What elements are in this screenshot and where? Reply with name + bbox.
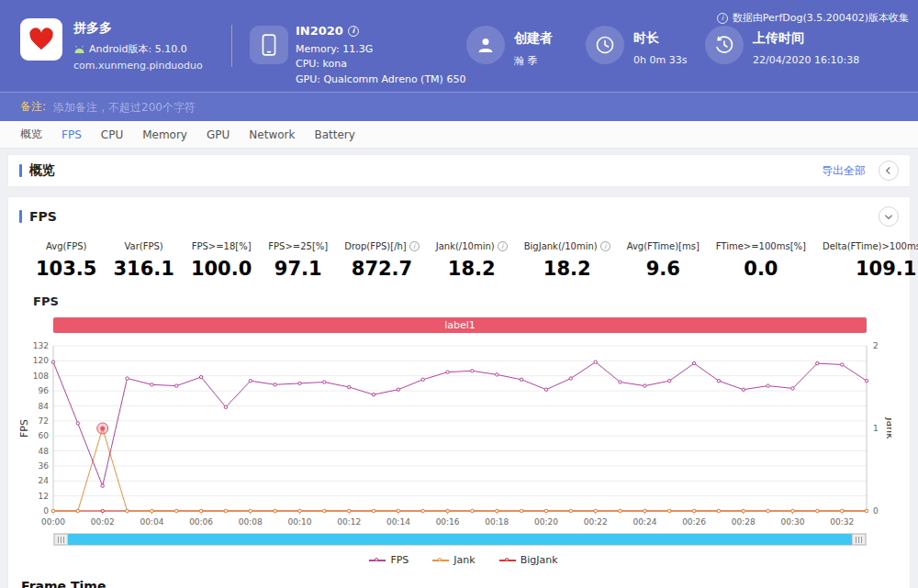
creator-badge	[466, 26, 505, 64]
upload-value: 22/04/2020 16:10:38	[753, 54, 859, 66]
stat-label: BigJank(/10min)i	[524, 241, 610, 251]
duration-value: 0h 0m 33s	[633, 54, 687, 66]
svg-text:72: 72	[39, 416, 49, 426]
svg-text:00:28: 00:28	[732, 517, 756, 527]
svg-text:00:06: 00:06	[189, 517, 213, 527]
note-bar: 备注:	[0, 92, 918, 121]
stat-drop-fps: Drop(FPS)[/h]i872.7	[344, 241, 420, 280]
app-name: 拼多多	[73, 20, 203, 37]
frame-time-section-title: Frame Time	[21, 579, 910, 588]
svg-text:1: 1	[873, 424, 879, 433]
duration-label: 时长	[633, 30, 687, 47]
stat-label: Var(FPS)	[113, 241, 174, 251]
android-icon	[73, 45, 85, 54]
zoom-handle-right[interactable]	[852, 534, 866, 545]
stat-value: 9.6	[627, 258, 700, 280]
svg-text:00:08: 00:08	[239, 517, 263, 527]
chart-zoom-scrollbar[interactable]	[53, 533, 867, 546]
app-info: 拼多多 Android版本: 5.10.0 com.xunmeng.pinduo…	[73, 20, 203, 72]
stat-value: 97.1	[268, 258, 328, 280]
svg-text:00:12: 00:12	[337, 517, 361, 527]
svg-text:00:18: 00:18	[485, 517, 509, 527]
svg-text:00:02: 00:02	[91, 517, 115, 527]
device-gpu: GPU: Qualcomm Adreno (TM) 650	[296, 72, 465, 88]
perfdog-collect-info: i 数据由PerfDog(3.5.200402)版本收集	[717, 11, 909, 25]
creator-value: 瀚 季	[514, 54, 553, 68]
svg-text:96: 96	[39, 386, 50, 395]
creator-label: 创建者	[514, 30, 553, 47]
svg-text:84: 84	[39, 402, 50, 411]
legend-marker	[369, 560, 386, 561]
tab-memory[interactable]: Memory	[142, 128, 187, 141]
device-cpu: CPU: kona	[296, 57, 465, 72]
legend-marker	[499, 560, 516, 561]
svg-text:2: 2	[873, 342, 879, 350]
device-model: IN2020	[296, 22, 343, 40]
app-package: com.xunmeng.pinduoduo	[73, 60, 203, 72]
info-icon[interactable]: i	[409, 241, 420, 251]
stat-value: 18.2	[524, 258, 610, 280]
tab-fps[interactable]: FPS	[62, 128, 82, 141]
legend-label: BigJank	[521, 554, 558, 566]
stat-ftime-ge-100: FTime>=100ms[%]0.0	[716, 241, 806, 280]
fps-panel: FPS Avg(FPS)103.5Var(FPS)316.1FPS>=18[%]…	[7, 196, 911, 588]
legend-item-fps[interactable]: FPS	[369, 554, 409, 566]
fps-jank-line-chart[interactable]: 0122436486072849610812013201200:0000:020…	[17, 342, 891, 527]
svg-text:0: 0	[43, 506, 49, 516]
device-info-icon[interactable]: i	[348, 26, 359, 37]
stat-value: 100.0	[191, 258, 252, 280]
svg-text:00:16: 00:16	[436, 517, 460, 527]
stat-label: FPS>=25[%]	[268, 241, 328, 251]
tab-network[interactable]: Network	[249, 128, 295, 141]
info-icon[interactable]: i	[600, 241, 610, 251]
phone-icon	[260, 34, 278, 56]
stat-value: 18.2	[436, 258, 508, 280]
info-icon[interactable]: i	[498, 241, 508, 251]
stat-label: Avg(FPS)	[36, 241, 96, 251]
overview-title: 概览	[29, 162, 55, 179]
collapse-side-button[interactable]	[879, 161, 899, 181]
stat-big-jank: BigJank(/10min)i18.2	[524, 241, 610, 280]
svg-text:60: 60	[39, 431, 50, 440]
device-badge	[250, 26, 288, 64]
legend-label: FPS	[390, 554, 409, 566]
stat-fps-ge-25: FPS>=25[%]97.1	[268, 241, 328, 280]
svg-text:00:00: 00:00	[41, 517, 65, 527]
duration-badge	[586, 26, 624, 64]
svg-text:12: 12	[39, 492, 49, 501]
export-all-link[interactable]: 导出全部	[822, 163, 866, 179]
stat-label: Drop(FPS)[/h]i	[344, 241, 420, 251]
fps-collapse-button[interactable]	[879, 206, 899, 227]
svg-text:00:30: 00:30	[781, 517, 805, 527]
tab-cpu[interactable]: CPU	[101, 128, 123, 141]
header-divider	[231, 25, 232, 67]
fps-panel-title: FPS	[29, 209, 57, 224]
accent-bar	[19, 164, 22, 177]
upload-time-badge	[705, 26, 744, 64]
svg-text:00:32: 00:32	[830, 517, 854, 527]
tab-battery[interactable]: Battery	[314, 128, 354, 141]
fps-chart-title: FPS	[33, 294, 910, 308]
zoom-handle-left[interactable]	[54, 534, 68, 545]
app-version-label: Android版本: 5.10.0	[89, 42, 187, 56]
svg-text:36: 36	[39, 461, 50, 471]
tab-overview[interactable]: 概览	[20, 127, 42, 142]
legend-marker	[432, 560, 449, 561]
tab-gpu[interactable]: GPU	[207, 128, 230, 141]
duration-meta: 时长 0h 0m 33s	[633, 30, 687, 66]
info-icon: i	[717, 13, 728, 24]
collect-info-text: 数据由PerfDog(3.5.200402)版本收集	[733, 11, 909, 25]
stat-label: Delta(FTime)>100ms[/h]i	[823, 241, 918, 251]
chevron-down-icon	[879, 206, 898, 227]
note-label: 备注:	[20, 99, 46, 115]
legend-item-bigjank[interactable]: BigJank	[499, 554, 558, 566]
legend-item-jank[interactable]: Jank	[432, 554, 475, 566]
stat-var-fps: Var(FPS)316.1	[113, 241, 174, 280]
zoom-track[interactable]	[68, 534, 852, 545]
note-input[interactable]	[53, 101, 898, 114]
stat-label: FTime>=100ms[%]	[716, 241, 806, 251]
upload-label: 上传时间	[753, 30, 859, 47]
stat-avg-fps: Avg(FPS)103.5	[36, 241, 96, 280]
svg-text:108: 108	[33, 372, 49, 381]
legend-label: Jank	[453, 554, 475, 566]
